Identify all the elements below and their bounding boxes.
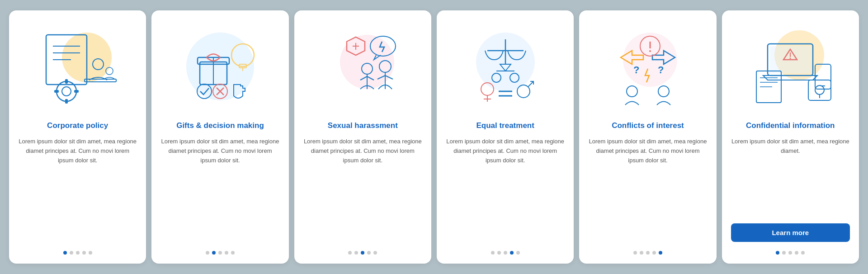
dot-2 (212, 251, 216, 255)
svg-rect-7 (65, 79, 68, 84)
dot-1 (491, 251, 495, 255)
dot-5 (231, 251, 235, 255)
dot-5 (801, 251, 805, 255)
svg-point-61 (658, 86, 669, 97)
svg-rect-8 (65, 99, 68, 104)
card-title-harassment: Sexual harassment (328, 121, 398, 131)
dot-2 (354, 251, 358, 255)
svg-rect-9 (54, 90, 59, 93)
dot-3 (646, 251, 650, 255)
svg-text:?: ? (633, 64, 639, 76)
dot-2 (782, 251, 786, 255)
dot-4 (652, 251, 656, 255)
dot-1 (348, 251, 352, 255)
dots-equal (491, 251, 520, 255)
card-title-equal: Equal treatment (476, 121, 534, 131)
dot-1 (206, 251, 209, 255)
card-title-confidential: Confidential information (746, 121, 835, 131)
dot-4 (795, 251, 798, 255)
illustration-gifts-decision (175, 21, 265, 112)
illustration-equal-treatment (460, 21, 551, 112)
card-sexual-harassment: Sexual harassment Lorem ipsum dolor sit … (294, 10, 431, 264)
svg-point-60 (627, 86, 637, 97)
dot-2 (640, 251, 643, 255)
dots-conflicts (633, 251, 662, 255)
svg-point-52 (623, 33, 677, 87)
card-title-gifts: Gifts & decision making (176, 121, 264, 131)
learn-more-button[interactable]: Learn more (731, 223, 850, 242)
card-confidential: Confidential information Lorem ipsum dol… (722, 10, 859, 264)
dot-3 (76, 251, 80, 255)
svg-point-48 (517, 85, 530, 98)
card-title-conflicts: Conflicts of interest (612, 121, 684, 131)
card-gifts-decision: Gifts & decision making Lorem ipsum dolo… (151, 10, 288, 264)
illustration-corporate-policy (33, 21, 123, 112)
svg-rect-10 (74, 90, 79, 93)
card-equal-treatment: Equal treatment Lorem ipsum dolor sit di… (437, 10, 574, 264)
dot-3 (361, 251, 364, 255)
card-body-harassment: Lorem ipsum dolor sit dim amet, mea regi… (303, 137, 422, 242)
dot-5 (89, 251, 92, 255)
card-title-corporate-policy: Corporate policy (47, 121, 108, 131)
dot-5 (373, 251, 377, 255)
svg-point-57 (649, 50, 651, 52)
dot-4 (510, 251, 514, 255)
card-conflicts-interest: ? ? Conflicts of interest Lorem ipsum do… (579, 10, 716, 264)
dot-2 (70, 251, 73, 255)
dot-3 (504, 251, 507, 255)
dots-corporate-policy (63, 251, 92, 255)
card-body-corporate-policy: Lorem ipsum dolor sit dim amet, mea regi… (18, 137, 137, 242)
svg-point-67 (790, 58, 791, 59)
svg-line-49 (528, 81, 533, 87)
dot-5 (516, 251, 520, 255)
illustration-confidential (745, 21, 835, 112)
card-corporate-policy: Corporate policy Lorem ipsum dolor sit d… (9, 10, 146, 264)
card-body-confidential: Lorem ipsum dolor sit dim amet, mea regi… (731, 137, 850, 216)
dots-confidential (776, 251, 805, 255)
card-body-equal: Lorem ipsum dolor sit dim amet, mea regi… (446, 137, 565, 242)
dot-5 (659, 251, 662, 255)
dot-3 (218, 251, 222, 255)
illustration-sexual-harassment (317, 21, 408, 112)
dot-1 (776, 251, 779, 255)
illustration-conflicts-interest: ? ? (603, 21, 693, 112)
dot-4 (225, 251, 228, 255)
cards-container: Corporate policy Lorem ipsum dolor sit d… (9, 10, 859, 264)
svg-point-6 (62, 87, 71, 96)
dots-gifts (206, 251, 235, 255)
card-body-conflicts: Lorem ipsum dolor sit dim amet, mea regi… (588, 137, 707, 242)
dot-2 (497, 251, 501, 255)
svg-text:?: ? (658, 64, 664, 76)
dot-4 (82, 251, 86, 255)
card-body-gifts: Lorem ipsum dolor sit dim amet, mea regi… (160, 137, 279, 242)
dot-4 (367, 251, 371, 255)
dots-harassment (348, 251, 377, 255)
dot-1 (63, 251, 67, 255)
svg-point-73 (815, 85, 824, 94)
dot-3 (788, 251, 792, 255)
dot-1 (633, 251, 637, 255)
